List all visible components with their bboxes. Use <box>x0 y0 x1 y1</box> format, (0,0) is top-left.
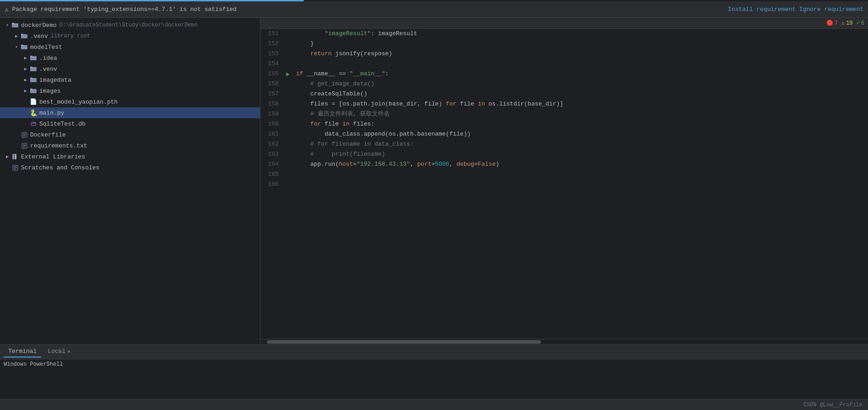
warning-count-icon: ⚠ <box>842 20 845 26</box>
code-editor[interactable]: 151 "imageResult": imageResult152 }153 r… <box>260 29 868 339</box>
progress-fill <box>0 0 304 1</box>
sidebar-item-idea[interactable]: ▶ .idea <box>0 53 260 63</box>
code-line-151: 151 "imageResult": imageResult <box>260 29 868 39</box>
editor-area: 🔴 7 ⚠ 19 ✓ 6 151 "imageResult": imageRes… <box>260 18 868 344</box>
svg-rect-23 <box>15 154 16 159</box>
tree-label-extlibs: External Libraries <box>21 153 85 160</box>
line-content-164: app.run(host="192.168.43.13", port=5006,… <box>292 159 868 169</box>
tree-label-venv: .venv <box>30 33 48 40</box>
sidebar-item-main_py[interactable]: 🐍main.py <box>0 107 260 118</box>
line-number-159: 159 <box>260 109 283 119</box>
code-line-165: 165 <box>260 169 868 179</box>
tree-arrow-venv: ▶ <box>13 33 20 39</box>
tree-icon-dockerfile <box>20 132 28 138</box>
tree-icon-best_model: 📄 <box>29 98 37 105</box>
sidebar-item-scratches[interactable]: Scratches and Consoles <box>0 162 260 173</box>
code-line-164: 164 app.run(host="192.168.43.13", port=5… <box>260 159 868 169</box>
tree-label-idea: .idea <box>39 55 57 62</box>
horizontal-scrollbar[interactable] <box>260 339 868 344</box>
tree-label-requirements: requirements.txt <box>30 142 87 149</box>
notification-message: Package requirement 'typing_extensions==… <box>12 6 724 13</box>
svg-rect-22 <box>12 154 14 159</box>
close-tab-local[interactable]: ✕ <box>67 349 70 354</box>
line-number-151: 151 <box>260 29 283 39</box>
tree-icon-venv <box>20 33 28 39</box>
line-number-158: 158 <box>260 99 283 109</box>
line-gutter-161 <box>283 129 292 139</box>
tree-icon-modelTest <box>20 44 28 50</box>
sidebar-item-requirements[interactable]: requirements.txt <box>0 140 260 151</box>
line-content-151: "imageResult": imageResult <box>292 29 868 39</box>
line-gutter-153 <box>283 49 292 59</box>
install-requirement-button[interactable]: Install requirement <box>728 6 795 13</box>
line-gutter-156 <box>283 79 292 89</box>
tree-icon-idea <box>29 55 37 61</box>
code-line-166: 166 <box>260 179 868 189</box>
line-content-156: # get_image_data() <box>292 79 868 89</box>
sidebar-item-sqlitetest[interactable]: 🗃SqliteTest.db <box>0 118 260 129</box>
bottom-tab-terminal[interactable]: Terminal <box>4 346 41 357</box>
sidebar-item-dockerDemo[interactable]: ▾ dockerDemoD:\GraduateStudent\Study\doc… <box>0 20 260 31</box>
status-bar: CSDN @Low__Profile <box>0 399 868 410</box>
line-content-163: # print(filename) <box>292 149 868 159</box>
line-content-160: for file in files: <box>292 119 868 129</box>
code-line-152: 152 } <box>260 39 868 49</box>
code-line-161: 161 data_class.append(os.path.basename(f… <box>260 129 868 139</box>
ok-icon: ✓ <box>857 20 860 26</box>
svg-rect-13 <box>30 89 32 90</box>
bottom-content: Windows PowerShell <box>0 359 868 399</box>
line-content-153: return jsonify(respose) <box>292 49 868 59</box>
line-content-152: } <box>292 39 868 49</box>
sidebar-item-extlibs[interactable]: ▶ External Libraries <box>0 151 260 162</box>
sidebar-item-images[interactable]: ▶ images <box>0 85 260 96</box>
error-badge[interactable]: 🔴 7 <box>826 20 838 26</box>
warning-icon: ⚠ <box>5 5 8 13</box>
ignore-requirement-button[interactable]: Ignore requirement <box>799 6 863 13</box>
warning-count: 19 <box>846 20 852 26</box>
code-line-163: 163 # print(filename) <box>260 149 868 159</box>
tree-arrow-idea: ▶ <box>22 55 29 61</box>
line-number-154: 154 <box>260 59 283 69</box>
line-gutter-160 <box>283 119 292 129</box>
line-number-153: 153 <box>260 49 283 59</box>
line-gutter-163 <box>283 149 292 159</box>
svg-rect-1 <box>12 23 14 24</box>
line-content-154 <box>292 59 868 69</box>
sidebar-item-modelTest[interactable]: ▾ modelTest <box>0 42 260 53</box>
sidebar-item-venv[interactable]: ▶ .venvlibrary root <box>0 31 260 42</box>
line-content-166 <box>292 179 868 189</box>
line-gutter-159 <box>283 109 292 119</box>
code-line-160: 160 for file in files: <box>260 119 868 129</box>
code-line-156: 156 # get_image_data() <box>260 79 868 89</box>
sidebar-item-imagedata[interactable]: ▶ imagedata <box>0 74 260 85</box>
tree-icon-sqlitetest: 🗃 <box>29 121 37 127</box>
tree-label-images: images <box>39 88 61 95</box>
tree-label-best_model: best_model_yaopian.pth <box>39 99 118 105</box>
bottom-panel: TerminalLocal✕ Windows PowerShell <box>0 344 868 399</box>
line-number-155: 155 <box>260 69 283 79</box>
sidebar-item-dockerfile[interactable]: Dockerfile <box>0 129 260 140</box>
line-gutter-157 <box>283 89 292 99</box>
line-number-166: 166 <box>260 179 283 189</box>
tree-label-modelTest: modelTest <box>30 44 62 51</box>
ok-badge[interactable]: ✓ 6 <box>857 20 864 26</box>
tree-arrow-dockerDemo: ▾ <box>4 22 11 28</box>
warning-badge[interactable]: ⚠ 19 <box>842 20 853 26</box>
line-number-161: 161 <box>260 129 283 139</box>
tree-arrow-images: ▶ <box>22 88 29 94</box>
line-number-165: 165 <box>260 169 283 179</box>
bottom-tab-local[interactable]: Local✕ <box>43 346 75 357</box>
line-content-161: data_class.append(os.path.basename(file)… <box>292 129 868 139</box>
status-bar-text: CSDN @Low__Profile <box>803 402 863 408</box>
sidebar-item-best_model[interactable]: 📄best_model_yaopian.pth <box>0 96 260 107</box>
line-number-157: 157 <box>260 89 283 99</box>
line-gutter-162 <box>283 139 292 149</box>
tree-icon-imagedata <box>29 77 37 83</box>
code-line-154: 154 <box>260 59 868 69</box>
code-lines: 151 "imageResult": imageResult152 }153 r… <box>260 29 868 189</box>
tree-arrow-modelTest: ▾ <box>13 44 20 50</box>
run-icon[interactable]: ▶ <box>286 71 289 78</box>
line-gutter-155[interactable]: ▶ <box>283 69 292 79</box>
hscroll-thumb[interactable] <box>267 340 541 344</box>
sidebar-item-venv2[interactable]: ▶ .venv <box>0 63 260 74</box>
